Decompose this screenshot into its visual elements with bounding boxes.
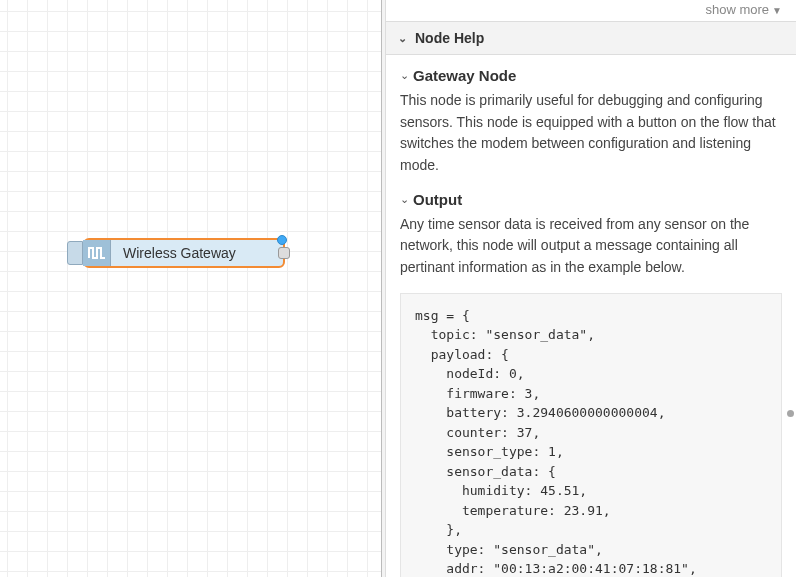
- sidebar-panel: show more▼ ⌄ Node Help ⌄ Gateway Node Th…: [386, 0, 796, 577]
- show-more-label: show more: [706, 2, 770, 17]
- node-changed-indicator: [277, 235, 287, 245]
- node-output-port[interactable]: [278, 247, 290, 259]
- output-description: Any time sensor data is received from an…: [400, 214, 782, 279]
- node-label: Wireless Gateway: [111, 245, 236, 261]
- chevron-down-icon: ⌄: [400, 69, 409, 82]
- wireless-gateway-node[interactable]: Wireless Gateway: [83, 238, 285, 268]
- gateway-node-description: This node is primarily useful for debugg…: [400, 90, 782, 177]
- help-content[interactable]: ⌄ Gateway Node This node is primarily us…: [386, 55, 796, 577]
- flow-canvas[interactable]: Wireless Gateway: [0, 0, 382, 577]
- output-heading[interactable]: ⌄ Output: [400, 191, 782, 208]
- heading-text: Gateway Node: [413, 67, 516, 84]
- node-activate-button[interactable]: [67, 241, 83, 265]
- scrollbar-thumb[interactable]: [787, 410, 794, 417]
- chevron-down-icon: ⌄: [398, 32, 407, 45]
- caret-down-icon: ▼: [772, 5, 782, 16]
- show-more-link[interactable]: show more▼: [386, 0, 796, 21]
- chevron-down-icon: ⌄: [400, 193, 409, 206]
- section-header-label: Node Help: [415, 30, 484, 46]
- code-example: msg = { topic: "sensor_data", payload: {…: [400, 293, 782, 577]
- heading-text: Output: [413, 191, 462, 208]
- gateway-node-heading[interactable]: ⌄ Gateway Node: [400, 67, 782, 84]
- signal-icon: [83, 240, 111, 266]
- node-help-header[interactable]: ⌄ Node Help: [386, 21, 796, 55]
